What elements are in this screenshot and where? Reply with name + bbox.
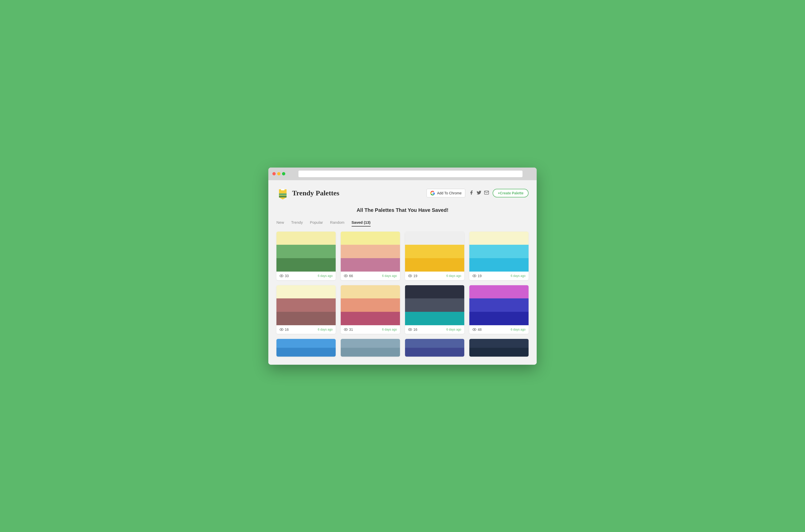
palette-meta: 31 6 days ago xyxy=(341,325,400,334)
svg-point-15 xyxy=(345,329,346,330)
swatch xyxy=(405,339,464,348)
view-number: 19 xyxy=(413,274,417,278)
logo-text: Trendy Palettes xyxy=(292,189,339,197)
tab-trendy[interactable]: Trendy xyxy=(291,220,303,227)
eye-icon xyxy=(408,274,412,278)
view-count: 33 xyxy=(279,274,289,278)
palette-card-5[interactable]: 16 6 days ago xyxy=(277,285,336,334)
palette-card-8[interactable]: 48 6 days ago xyxy=(469,285,528,334)
eye-icon xyxy=(408,328,412,331)
logo-icon xyxy=(277,186,289,200)
minimize-button[interactable] xyxy=(277,172,280,175)
swatch xyxy=(469,258,528,271)
view-number: 16 xyxy=(413,327,417,331)
social-icons xyxy=(469,190,489,196)
time-ago: 6 days ago xyxy=(511,328,526,331)
email-icon[interactable] xyxy=(484,190,489,196)
palette-card-7[interactable]: 16 6 days ago xyxy=(405,285,464,334)
time-ago: 6 days ago xyxy=(446,274,461,278)
swatch xyxy=(405,232,464,245)
header: Trendy Palettes Add To Chrome xyxy=(277,186,528,200)
view-number: 66 xyxy=(349,274,353,278)
svg-point-17 xyxy=(410,329,411,330)
tab-new[interactable]: New xyxy=(277,220,284,227)
swatches-8 xyxy=(469,285,528,325)
svg-point-5 xyxy=(281,276,282,277)
palette-card-1[interactable]: 33 6 days ago xyxy=(277,232,336,280)
palette-meta: 16 6 days ago xyxy=(405,325,464,334)
eye-icon xyxy=(472,274,476,278)
swatch xyxy=(341,298,400,312)
svg-point-11 xyxy=(474,276,475,277)
swatches-12 xyxy=(469,339,528,357)
swatches-5 xyxy=(277,285,336,325)
swatches-3 xyxy=(405,232,464,271)
eye-icon xyxy=(344,328,348,331)
swatch xyxy=(341,312,400,325)
palette-card-12[interactable] xyxy=(469,339,528,357)
swatches-6 xyxy=(341,285,400,325)
svg-rect-2 xyxy=(279,196,286,197)
view-number: 33 xyxy=(285,274,289,278)
palette-meta: 16 6 days ago xyxy=(277,325,336,334)
tab-random[interactable]: Random xyxy=(330,220,344,227)
palette-meta: 19 6 days ago xyxy=(469,271,528,280)
svg-point-3 xyxy=(282,189,283,190)
swatches-9 xyxy=(277,339,336,357)
tab-saved[interactable]: Saved (13) xyxy=(352,220,371,227)
tabs: New Trendy Popular Random Saved (13) xyxy=(277,220,528,227)
facebook-icon[interactable] xyxy=(469,190,474,196)
maximize-button[interactable] xyxy=(282,172,285,175)
palette-card-4[interactable]: 19 6 days ago xyxy=(469,232,528,280)
swatch xyxy=(469,285,528,299)
view-count: 66 xyxy=(344,274,353,278)
svg-point-7 xyxy=(345,276,346,277)
time-ago: 6 days ago xyxy=(446,328,461,331)
close-button[interactable] xyxy=(273,172,276,175)
swatch xyxy=(469,312,528,325)
swatch xyxy=(277,298,336,312)
twitter-icon[interactable] xyxy=(476,190,482,196)
swatch xyxy=(341,232,400,245)
page-title: All The Palettes That You Have Saved! xyxy=(277,207,528,213)
url-bar[interactable] xyxy=(298,171,523,177)
time-ago: 6 days ago xyxy=(318,328,333,331)
palette-card-9[interactable] xyxy=(277,339,336,357)
svg-point-9 xyxy=(410,276,411,277)
palette-meta: 48 6 days ago xyxy=(469,325,528,334)
swatches-2 xyxy=(341,232,400,271)
view-count: 16 xyxy=(408,327,417,331)
browser-titlebar xyxy=(268,168,537,180)
palette-grid: 33 6 days ago 66 xyxy=(277,232,528,334)
eye-icon xyxy=(279,274,283,278)
create-palette-button[interactable]: +Create Palette xyxy=(493,189,528,197)
view-count: 19 xyxy=(472,274,482,278)
palette-meta: 66 6 days ago xyxy=(341,271,400,280)
swatch xyxy=(405,312,464,325)
palette-meta: 33 6 days ago xyxy=(277,271,336,280)
tab-popular[interactable]: Popular xyxy=(310,220,323,227)
page-wrapper: Trendy Palettes Add To Chrome xyxy=(268,180,537,365)
palette-card-6[interactable]: 31 6 days ago xyxy=(341,285,400,334)
swatch xyxy=(405,298,464,312)
view-number: 31 xyxy=(349,327,353,331)
swatch xyxy=(405,245,464,258)
swatch xyxy=(469,245,528,258)
swatch xyxy=(277,285,336,299)
browser-window: Trendy Palettes Add To Chrome xyxy=(268,168,537,365)
swatches-1 xyxy=(277,232,336,271)
swatch xyxy=(277,232,336,245)
palette-card-3[interactable]: 19 6 days ago xyxy=(405,232,464,280)
time-ago: 6 days ago xyxy=(511,274,526,278)
swatch xyxy=(277,245,336,258)
view-count: 48 xyxy=(472,327,482,331)
swatches-10 xyxy=(341,339,400,357)
swatches-4 xyxy=(469,232,528,271)
add-to-chrome-button[interactable]: Add To Chrome xyxy=(427,189,465,197)
palette-card-11[interactable] xyxy=(405,339,464,357)
eye-icon xyxy=(344,274,348,278)
palette-card-2[interactable]: 66 6 days ago xyxy=(341,232,400,280)
palette-card-10[interactable] xyxy=(341,339,400,357)
swatch xyxy=(405,258,464,271)
swatch xyxy=(469,298,528,312)
